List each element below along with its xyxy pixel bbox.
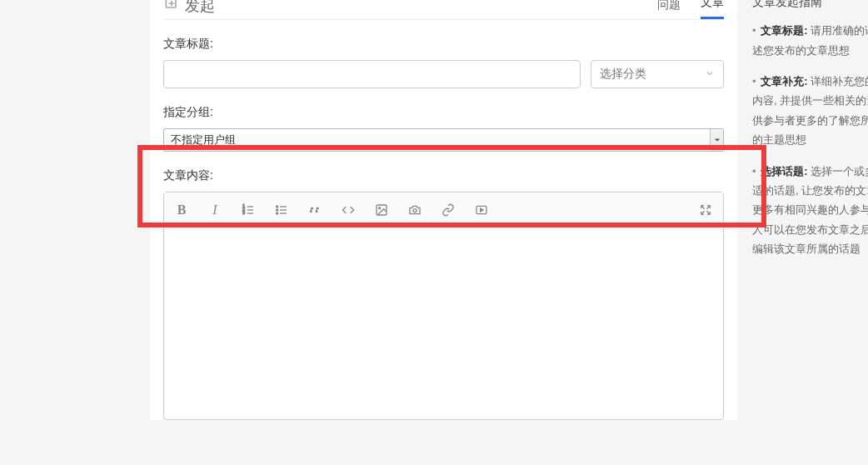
category-placeholder: 选择分类: [600, 67, 646, 82]
svg-point-12: [277, 212, 278, 214]
compose-icon: [163, 0, 180, 16]
article-title-input[interactable]: [163, 60, 581, 88]
group-select[interactable]: 不指定用户组: [163, 128, 724, 152]
blockquote-button[interactable]: [307, 202, 322, 218]
tab-question[interactable]: 问题: [657, 0, 681, 19]
sidebar-title: 文章发起指南: [752, 0, 868, 12]
sidebar-tip-topic: • 选择话题: 选择一个或多个合适的话题, 让您发布的文章得到更多有相同兴趣的人…: [752, 162, 868, 259]
group-label: 指定分组:: [163, 105, 724, 120]
page-title: 发起: [163, 0, 215, 16]
tabs: 问题 文章: [657, 0, 724, 19]
svg-point-11: [277, 209, 278, 211]
dropdown-arrow-icon: [710, 129, 723, 151]
sidebar-tip-title: • 文章标题: 请用准确的语言描述您发布的文章思想: [752, 21, 868, 60]
image-button[interactable]: [374, 202, 389, 218]
group-selected-value: 不指定用户组: [171, 132, 236, 148]
svg-point-10: [277, 206, 278, 208]
bold-button[interactable]: B: [174, 202, 189, 218]
link-button[interactable]: [441, 202, 456, 218]
svg-text:3: 3: [242, 211, 245, 215]
sidebar-tip-supplement: • 文章补充: 详细补充您的文章内容, 并提供一些相关的素材以供参与者更多的了解…: [752, 72, 868, 150]
category-select[interactable]: 选择分类: [591, 60, 724, 88]
tab-article[interactable]: 文章: [701, 0, 724, 19]
svg-point-14: [379, 207, 381, 208]
page-title-text: 发起: [185, 0, 215, 16]
editor-content-area[interactable]: [164, 228, 723, 419]
svg-marker-17: [481, 208, 483, 212]
header: 发起 问题 文章: [163, 0, 724, 20]
content-label: 文章内容:: [163, 168, 724, 183]
video-button[interactable]: [474, 202, 489, 218]
italic-button[interactable]: I: [207, 202, 222, 218]
svg-point-15: [413, 208, 417, 212]
rich-text-editor: B I 123: [163, 192, 724, 420]
sidebar: 文章发起指南 • 文章标题: 请用准确的语言描述您发布的文章思想 • 文章补充:…: [737, 0, 868, 420]
chevron-down-icon: [705, 68, 715, 80]
unordered-list-button[interactable]: [274, 202, 289, 218]
camera-button[interactable]: [407, 202, 422, 218]
ordered-list-button[interactable]: 123: [241, 202, 256, 218]
fullscreen-button[interactable]: [698, 202, 713, 218]
editor-toolbar: B I 123: [164, 192, 723, 228]
code-button[interactable]: [341, 202, 356, 218]
title-label: 文章标题:: [163, 37, 724, 52]
